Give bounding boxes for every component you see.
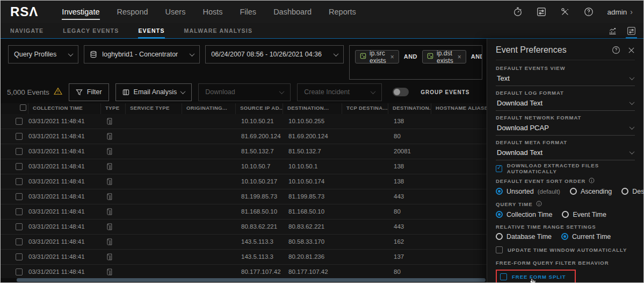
remove-filter-icon[interactable]: × [458, 53, 461, 61]
free-form-split-checkbox[interactable] [500, 273, 507, 280]
radio-selected-icon[interactable] [496, 211, 503, 218]
row-checkbox[interactable] [16, 178, 23, 185]
radio-option-unsorted[interactable]: Unsorted(default) [496, 188, 560, 195]
column-group-dropdown[interactable]: Email Analysis [115, 83, 192, 101]
sub-nav-item-legacy-events[interactable]: LEGACY EVENTS [63, 23, 119, 38]
radio-option-current-time[interactable]: Current Time [561, 233, 611, 240]
row-checkbox[interactable] [16, 133, 23, 140]
info-icon[interactable] [589, 178, 595, 185]
column-header-destination[interactable]: DESTINATION... [283, 103, 342, 114]
select-all-checkbox[interactable] [20, 104, 26, 111]
column-header-hostname-aliases[interactable]: HOSTNAME ALIASES [431, 103, 487, 114]
table-row[interactable]: 03/31/2021 11:48:4110.10.50.2110.10.50.2… [1, 114, 487, 129]
table-row[interactable]: 03/31/2021 11:48:41143.5.113.380.20.81.2… [1, 250, 487, 265]
radio-option-event-time[interactable]: Event Time [562, 211, 606, 218]
table-row[interactable]: 03/31/2021 11:48:41143.5.113.380.58.33.1… [1, 235, 487, 250]
table-row[interactable]: 03/31/2021 11:48:4110.10.50.710.10.50.11… [1, 159, 487, 174]
nav-item-investigate[interactable]: Investigate [62, 1, 99, 23]
panel-help-icon[interactable] [612, 46, 620, 54]
panel-close-icon[interactable] [628, 47, 635, 54]
nav-item-reports[interactable]: Reports [329, 1, 356, 23]
radio-selected-icon[interactable] [496, 188, 503, 195]
nav-item-respond[interactable]: Respond [117, 1, 148, 23]
row-checkbox[interactable] [16, 223, 23, 230]
table-row[interactable]: 03/31/2021 11:48:4110.10.50.21710.10.50.… [1, 174, 487, 189]
cell-originating [182, 265, 236, 278]
horizontal-scrollbar[interactable] [17, 278, 486, 282]
radio-selected-icon[interactable] [561, 233, 568, 240]
row-checkbox[interactable] [16, 208, 23, 215]
event-preferences-icon[interactable] [627, 23, 636, 38]
column-header-originating[interactable]: ORIGINATING... [182, 103, 236, 114]
nav-item-hosts[interactable]: Hosts [202, 1, 222, 23]
info-icon[interactable] [536, 201, 542, 208]
cell-type [101, 129, 126, 144]
events-meta-chart-icon[interactable] [608, 23, 617, 38]
row-checkbox[interactable] [16, 238, 23, 245]
download-dropdown[interactable]: Download [198, 83, 291, 101]
radio-unselected-icon[interactable] [621, 188, 628, 195]
filter-pill[interactable]: ip.src exists × [355, 50, 399, 63]
nav-item-users[interactable]: Users [165, 1, 186, 23]
radio-option-descending[interactable]: Descending [621, 188, 643, 195]
auto-download-checkbox-row[interactable]: DOWNLOAD EXTRACTED FILES AUTOMATICALLY [496, 165, 635, 172]
nav-item-files[interactable]: Files [240, 1, 257, 23]
nav-item-dashboard[interactable]: Dashboard [273, 1, 312, 23]
warning-icon[interactable] [54, 87, 62, 97]
row-checkbox[interactable] [16, 163, 23, 170]
table-row[interactable]: 03/31/2021 11:48:4180.83.62.22180.83.62.… [1, 220, 487, 235]
cell-service-type [126, 204, 182, 219]
sub-nav-item-events[interactable]: EVENTS [138, 23, 164, 38]
checkbox-unchecked-icon[interactable] [496, 246, 503, 253]
top-nav-right: admin › [513, 7, 643, 17]
radio-unselected-icon[interactable] [562, 211, 569, 218]
remove-filter-icon[interactable]: × [390, 53, 394, 61]
table-row[interactable]: 03/31/2021 11:48:4180.177.107.4280.177.1… [1, 265, 487, 278]
service-selector[interactable]: loghybrid1 - Concentrator [84, 45, 200, 63]
radio-option-database-time[interactable]: Database Time [496, 233, 552, 240]
group-events-toggle[interactable] [393, 88, 409, 96]
table-row[interactable]: 03/31/2021 11:48:4181.199.85.7381.199.85… [1, 189, 487, 204]
column-header-destination[interactable]: DESTINATION... [388, 103, 431, 114]
table-row[interactable]: 03/31/2021 11:48:4181.50.132.781.50.132.… [1, 144, 487, 159]
row-checkbox[interactable] [16, 268, 23, 275]
row-checkbox[interactable] [16, 118, 23, 125]
column-header-collection-time[interactable]: COLLECTION TIME [28, 103, 101, 114]
select-all-cell[interactable] [1, 103, 28, 114]
radio-option-ascending[interactable]: Ascending [570, 188, 612, 195]
radio-unselected-icon[interactable] [496, 233, 503, 240]
checkbox-checked-icon[interactable] [496, 165, 502, 172]
sub-nav-item-navigate[interactable]: NAVIGATE [10, 23, 44, 38]
filter-pill[interactable]: ip.dst exists × [422, 50, 466, 63]
column-header-tcp-destina[interactable]: TCP DESTINA... [342, 103, 388, 114]
pref-select[interactable]: Text [496, 72, 635, 86]
radio-unselected-icon[interactable] [570, 188, 577, 195]
cell-destination-port: 20081 [388, 144, 431, 159]
update-window-checkbox-row[interactable]: UPDATE TIME WINDOW AUTOMATICALLY [496, 246, 635, 253]
query-filter-bar[interactable]: ip.src exists × AND ip.dst exists × AND [349, 45, 482, 80]
time-range-selector[interactable]: 06/24/2007 08:56 - 10/26/2021 04:36 [205, 45, 344, 63]
pref-select[interactable]: Download Text [496, 146, 635, 160]
table-row[interactable]: 03/31/2021 11:48:4181.69.200.12481.69.20… [1, 129, 487, 144]
filter-button[interactable]: Filter [69, 83, 109, 101]
pref-select[interactable]: Download PCAP [496, 122, 635, 136]
user-menu[interactable]: admin › [607, 8, 633, 16]
pref-select[interactable]: Download Text [496, 97, 635, 111]
row-checkbox[interactable] [16, 253, 23, 260]
row-checkbox[interactable] [16, 193, 23, 200]
sub-nav-item-malware-analysis[interactable]: MALWARE ANALYSIS [184, 23, 253, 38]
timer-icon[interactable] [513, 7, 523, 17]
preferences-icon[interactable] [537, 7, 546, 17]
column-header-type[interactable]: TYPE [101, 103, 126, 114]
help-icon[interactable] [584, 7, 594, 17]
radio-option-collection-time[interactable]: Collection Time [496, 211, 552, 218]
create-incident-dropdown[interactable]: Create Incident [297, 83, 382, 101]
column-header-source-ip-ad[interactable]: SOURCE IP AD... [236, 103, 283, 114]
row-checkbox[interactable] [16, 148, 23, 155]
free-form-split-highlight[interactable]: FREE FORM SPLIT [496, 270, 576, 282]
cell-source-ip: 81.50.132.7 [236, 144, 283, 159]
table-row[interactable]: 03/31/2021 11:48:4181.168.50.1081.168.50… [1, 204, 487, 220]
query-profiles-dropdown[interactable]: Query Profiles [8, 45, 78, 63]
tools-icon[interactable] [560, 7, 570, 17]
column-header-service-type[interactable]: SERVICE TYPE [126, 103, 182, 114]
